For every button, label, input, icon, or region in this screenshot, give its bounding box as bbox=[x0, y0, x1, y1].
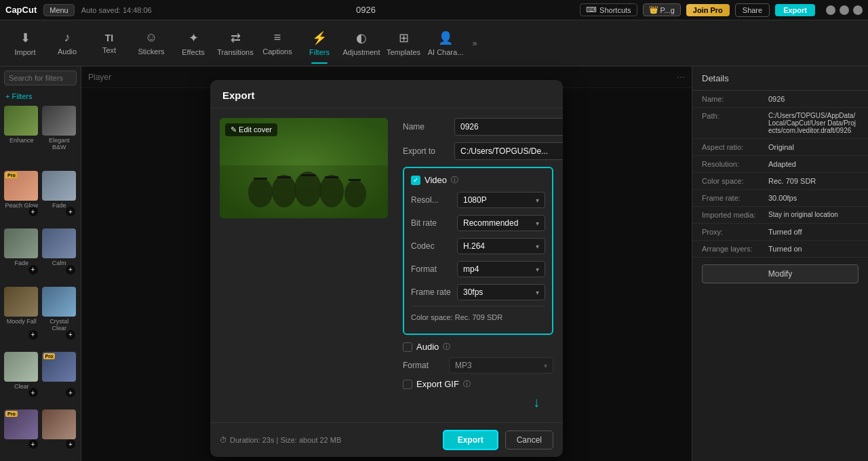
cancel-button[interactable]: Cancel bbox=[505, 430, 553, 449]
codec-value: H.264 bbox=[463, 241, 485, 251]
close-button[interactable] bbox=[853, 5, 863, 15]
tool-filters-label: Filters bbox=[309, 48, 330, 56]
tool-text[interactable]: TI Text bbox=[90, 23, 129, 64]
gif-section: Export GIF ⓘ bbox=[403, 379, 553, 389]
maximize-button[interactable] bbox=[840, 5, 849, 15]
tool-import-label: Import bbox=[14, 48, 35, 56]
modify-button[interactable]: Modify bbox=[702, 264, 859, 283]
filter-enhance[interactable]: Enhance bbox=[4, 106, 39, 168]
audio-format-arrow: ▾ bbox=[544, 362, 547, 369]
video-section-title: Video bbox=[425, 175, 447, 185]
filter-pro-2[interactable]: Pro + bbox=[4, 409, 39, 458]
audio-checkbox[interactable] bbox=[403, 342, 412, 352]
filter-fade-1[interactable]: Fade + bbox=[42, 171, 77, 226]
detail-proxy-value: Turned off bbox=[768, 228, 802, 236]
tool-adjustment-label: Adjustment bbox=[342, 48, 380, 56]
tool-filters[interactable]: ⚡ Filters bbox=[300, 23, 339, 64]
svg-point-7 bbox=[344, 180, 366, 207]
filter-pro-3[interactable]: + bbox=[42, 409, 77, 458]
export-confirm-button[interactable]: Export bbox=[443, 430, 498, 450]
tool-stickers[interactable]: ☺ Stickers bbox=[132, 23, 171, 64]
duration-text: Duration: 23s | Size: about 22 MB bbox=[230, 436, 341, 444]
filters-icon: ⚡ bbox=[312, 31, 327, 45]
tool-captions[interactable]: ≡ Captions bbox=[258, 23, 297, 64]
filter-clear[interactable]: Clear + bbox=[4, 352, 39, 407]
audio-format-select[interactable]: MP3 ▾ bbox=[449, 357, 553, 374]
tool-effects[interactable]: ✦ Effects bbox=[174, 23, 213, 64]
autosave-status: Auto saved: 14:48:06 bbox=[81, 6, 152, 14]
pro-badge-button[interactable]: 👑 P...g bbox=[643, 3, 681, 16]
codec-select[interactable]: H.264 ▾ bbox=[457, 238, 545, 254]
tool-audio-label: Audio bbox=[58, 47, 77, 56]
bitrate-select[interactable]: Recommended ▾ bbox=[457, 215, 545, 231]
detail-resolution-value: Adapted bbox=[768, 160, 796, 168]
tool-captions-label: Captions bbox=[262, 47, 292, 56]
tool-adjustment[interactable]: ◐ Adjustment bbox=[342, 23, 381, 64]
svg-rect-12 bbox=[349, 179, 361, 181]
detail-name-key: Name: bbox=[702, 95, 763, 103]
captions-icon: ≡ bbox=[274, 31, 281, 45]
topbar-right: ⌨ Shortcuts 👑 P...g Join Pro Share Expor… bbox=[580, 3, 863, 17]
gif-checkbox[interactable] bbox=[403, 380, 412, 389]
bitrate-arrow: ▾ bbox=[536, 220, 539, 227]
svg-point-4 bbox=[272, 175, 296, 207]
framerate-select[interactable]: 30fps ▾ bbox=[457, 284, 545, 300]
resolution-value: 1080P bbox=[463, 195, 487, 205]
export-topbar-button[interactable]: Export bbox=[775, 4, 815, 16]
details-header: Details bbox=[692, 66, 868, 91]
resolution-label: Resol... bbox=[411, 195, 457, 205]
detail-name-value: 0926 bbox=[768, 95, 785, 103]
tool-ai-chara[interactable]: 👤 AI Chara... bbox=[426, 23, 465, 64]
detail-imported: Imported media: Stay in original locatio… bbox=[692, 207, 868, 224]
audio-format-value: MP3 bbox=[455, 361, 472, 370]
stickers-icon: ☺ bbox=[145, 31, 157, 45]
menu-button[interactable]: Menu bbox=[43, 4, 75, 16]
export-dialog-overlay: Export bbox=[81, 66, 692, 461]
name-input[interactable] bbox=[454, 118, 563, 136]
tool-stickers-label: Stickers bbox=[138, 47, 164, 56]
detail-aspect: Aspect ratio: Original bbox=[692, 139, 868, 156]
edit-cover-button[interactable]: ✎ Edit cover bbox=[225, 123, 277, 136]
filter-moody-fall[interactable]: Moody Fall + bbox=[4, 287, 39, 349]
resolution-select[interactable]: 1080P ▾ bbox=[457, 192, 545, 208]
filter-crystal-clear[interactable]: Crystal Clear + bbox=[42, 287, 77, 349]
share-button[interactable]: Share bbox=[735, 3, 770, 17]
video-checkbox[interactable]: ✓ bbox=[411, 176, 420, 185]
export-to-input[interactable] bbox=[454, 142, 563, 160]
toolbar-more-button[interactable]: » bbox=[468, 23, 481, 64]
shortcuts-button[interactable]: ⌨ Shortcuts bbox=[580, 3, 637, 16]
detail-layers-value: Turned on bbox=[768, 245, 802, 253]
search-input[interactable] bbox=[4, 71, 77, 85]
detail-layers: Arrange layers: Turned on bbox=[692, 241, 868, 258]
detail-proxy: Proxy: Turned off bbox=[692, 224, 868, 241]
codec-label: Codec bbox=[411, 241, 457, 251]
tool-transitions[interactable]: ⇄ Transitions bbox=[216, 23, 255, 64]
details-panel: Details Name: 0926 Path: C:/Users/TOPGUS… bbox=[692, 66, 868, 461]
effects-icon: ✦ bbox=[189, 31, 199, 45]
gif-info-icon[interactable]: ⓘ bbox=[463, 379, 471, 389]
tool-audio[interactable]: ♪ Audio bbox=[47, 23, 87, 64]
detail-colorspace-value: Rec. 709 SDR bbox=[768, 177, 816, 185]
tool-templates[interactable]: ⊞ Templates bbox=[384, 23, 423, 64]
minimize-button[interactable] bbox=[826, 5, 835, 15]
video-section: ✓ Video ⓘ Resol... 1080P ▾ bbox=[403, 167, 553, 335]
format-select[interactable]: mp4 ▾ bbox=[457, 261, 545, 277]
joinpro-button[interactable]: Join Pro bbox=[686, 4, 730, 16]
resolution-arrow: ▾ bbox=[536, 197, 539, 204]
filter-peach-glow[interactable]: Pro Peach Glow + bbox=[4, 171, 39, 226]
filter-elegant-bw[interactable]: Elegant B&W bbox=[42, 106, 77, 168]
filter-calm[interactable]: Calm + bbox=[42, 228, 77, 284]
svg-rect-9 bbox=[277, 176, 291, 178]
filter-fade-2[interactable]: Fade + bbox=[4, 228, 39, 284]
detail-framerate-key: Frame rate: bbox=[702, 194, 763, 202]
export-to-label: Export to bbox=[403, 146, 449, 156]
audio-info-icon[interactable]: ⓘ bbox=[443, 342, 450, 352]
bitrate-label: Bit rate bbox=[411, 218, 457, 228]
tool-import[interactable]: ⬇ Import bbox=[5, 23, 45, 64]
tool-effects-label: Effects bbox=[182, 48, 204, 56]
import-icon: ⬇ bbox=[20, 31, 31, 45]
video-info-icon[interactable]: ⓘ bbox=[451, 175, 458, 185]
add-filter-button[interactable]: + Filters bbox=[0, 89, 81, 103]
dialog-footer: ⏱ Duration: 23s | Size: about 22 MB Expo… bbox=[210, 422, 563, 457]
filter-pro-1[interactable]: Pro + bbox=[42, 352, 77, 407]
